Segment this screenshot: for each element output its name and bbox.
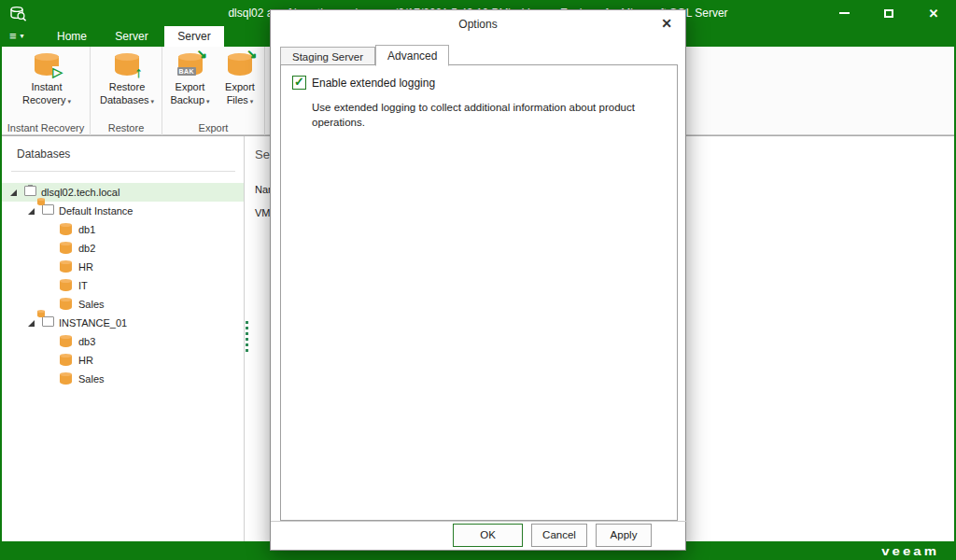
databases-panel: Databases dlsql02.tech.local Default Ins… xyxy=(2,136,245,541)
ribbon-group-instant-recovery: ▷ Instant Recovery▾ Instant Recovery xyxy=(2,47,91,135)
enable-extended-logging-checkbox[interactable]: ✓ xyxy=(292,76,306,90)
dropdown-icon: ▾ xyxy=(206,98,210,105)
bak-badge: BAK xyxy=(177,67,197,76)
tree-item-instance[interactable]: INSTANCE_01 xyxy=(2,314,244,332)
export-files-button[interactable]: ↘ Export Files▾ xyxy=(217,50,263,118)
advanced-tab-content: ✓ Enable extended logging Use extended l… xyxy=(280,64,678,521)
tree-item-instance[interactable]: Default Instance xyxy=(2,202,244,220)
database-play-icon: ▷ xyxy=(33,50,61,78)
tree-item-database[interactable]: Sales xyxy=(2,370,244,388)
tree-item-database[interactable]: db1 xyxy=(2,220,244,239)
chevron-down-icon: ▾ xyxy=(21,32,24,40)
ok-button[interactable]: OK xyxy=(453,524,523,547)
tree-item-database[interactable]: HR xyxy=(2,258,244,276)
ribbon-group-export: ↘ BAK Export Backup▾ ↘ Export Files▾ Exp… xyxy=(162,47,265,135)
dropdown-icon: ▾ xyxy=(151,98,155,105)
ribbon-group-label: Instant Recovery xyxy=(2,122,90,133)
window-border xyxy=(0,26,2,560)
dropdown-icon: ▾ xyxy=(67,98,71,105)
tab-server[interactable]: Server xyxy=(105,26,159,47)
options-dialog: Options ✕ Staging Server Advanced ✓ Enab… xyxy=(270,9,686,551)
checkmark-icon: ✓ xyxy=(294,75,304,89)
maximize-icon xyxy=(884,9,893,18)
tree-item-label: HR xyxy=(78,351,93,370)
tree-item-label: Sales xyxy=(78,370,105,388)
extended-logging-description: Use extended logging to collect addition… xyxy=(312,101,678,130)
databases-panel-title: Databases xyxy=(17,147,70,161)
minimize-icon xyxy=(839,12,850,14)
minimize-button[interactable] xyxy=(822,0,866,26)
tab-server-contextual[interactable]: Server xyxy=(164,26,224,47)
veeam-logo: veeam xyxy=(881,544,939,557)
instant-recovery-button[interactable]: ▷ Instant Recovery▾ xyxy=(6,50,88,118)
tree-item-label: db2 xyxy=(78,239,95,258)
tree-item-label: IT xyxy=(78,276,88,295)
tree-item-database[interactable]: db2 xyxy=(2,239,244,258)
app-window: dlsql02 as of less than a day ago (9/17/… xyxy=(0,0,956,560)
database-export-icon: ↘ xyxy=(226,50,254,78)
checkbox-label[interactable]: Enable extended logging xyxy=(312,77,435,90)
tab-advanced[interactable]: Advanced xyxy=(375,45,449,66)
ribbon-group-restore: ↑ Restore Databases▾ Restore xyxy=(91,47,162,135)
tab-staging-server[interactable]: Staging Server xyxy=(280,47,375,65)
tree-item-label: db3 xyxy=(78,332,95,351)
tab-home[interactable]: Home xyxy=(45,26,99,47)
databases-tree: dlsql02.tech.local Default Instance db1 … xyxy=(2,183,244,388)
export-backup-button[interactable]: ↘ BAK Export Backup▾ xyxy=(164,50,216,118)
hamburger-icon: ≡ xyxy=(9,29,17,43)
divider xyxy=(11,171,235,172)
dialog-close-button[interactable]: ✕ xyxy=(661,16,672,31)
database-bak-export-icon: ↘ BAK xyxy=(176,50,204,78)
close-button[interactable]: ✕ xyxy=(911,0,956,26)
dialog-tab-strip: Staging Server Advanced xyxy=(280,44,449,65)
maximize-button[interactable] xyxy=(866,0,911,26)
tree-item-database[interactable]: HR xyxy=(2,351,244,370)
restore-databases-button[interactable]: ↑ Restore Databases▾ xyxy=(94,50,160,118)
expander-icon[interactable] xyxy=(10,189,17,196)
ribbon-group-label: Export xyxy=(162,122,264,133)
tree-item-database[interactable]: db3 xyxy=(2,332,244,351)
tree-item-label: HR xyxy=(78,258,93,276)
dialog-title: Options xyxy=(271,18,685,31)
expander-icon[interactable] xyxy=(28,208,35,215)
apply-button[interactable]: Apply xyxy=(596,524,652,547)
database-up-arrow-icon: ↑ xyxy=(113,50,141,78)
tree-item-label: db1 xyxy=(78,220,95,239)
ribbon-group-label: Restore xyxy=(91,122,162,133)
expander-icon[interactable] xyxy=(28,320,35,327)
tree-item-label: dlsql02.tech.local xyxy=(41,183,120,202)
close-icon: ✕ xyxy=(929,7,939,21)
main-menu-button[interactable]: ≡▾ xyxy=(9,29,24,43)
tree-item-label: Default Instance xyxy=(59,202,134,220)
tree-item-label: INSTANCE_01 xyxy=(59,314,127,332)
dropdown-icon: ▾ xyxy=(250,98,254,105)
divider xyxy=(271,521,687,522)
tree-item-label: Sales xyxy=(78,295,105,314)
splitter-grip-icon xyxy=(246,321,248,355)
cancel-button[interactable]: Cancel xyxy=(531,524,587,547)
tree-item-database[interactable]: IT xyxy=(2,276,244,295)
